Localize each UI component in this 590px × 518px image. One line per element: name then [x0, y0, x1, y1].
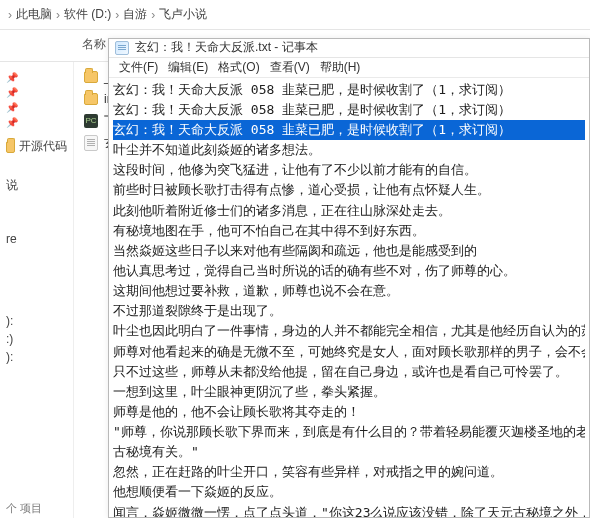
notepad-line[interactable]: 叶尘也因此明白了一件事情，身边的人并不都能完全相信，尤其是他经历自认为的苏清歌: [113, 321, 585, 341]
folder-icon: [6, 141, 15, 153]
notepad-line[interactable]: 此刻他听着附近修士们的诸多消息，正在往山脉深处走去。: [113, 201, 585, 221]
notepad-line[interactable]: 师尊是他的，他不会让顾长歌将其夺走的！: [113, 402, 585, 422]
sidebar-item[interactable]: 📌: [0, 115, 73, 130]
menu-format[interactable]: 格式(O): [214, 58, 263, 77]
pin-icon: 📌: [6, 87, 18, 98]
notepad-line[interactable]: 他想顺便看一下焱姬的反应。: [113, 482, 585, 502]
notepad-line[interactable]: 前些时日被顾长歌打击得有点惨，道心受损，让他有点怀疑人生。: [113, 180, 585, 200]
notepad-line[interactable]: "师尊，你说那顾长歌下界而来，到底是有什么目的？带着轻易能覆灭迦楼圣地的老仆，我…: [113, 422, 585, 442]
notepad-line[interactable]: 忽然，正在赶路的叶尘开口，笑容有些异样，对戒指之甲的婉问道。: [113, 462, 585, 482]
sidebar-item[interactable]: ):: [0, 312, 73, 330]
breadcrumb-sep: ›: [115, 8, 119, 22]
sidebar-label: ):: [6, 314, 13, 328]
menu-file[interactable]: 文件(F): [115, 58, 162, 77]
notepad-line[interactable]: 玄幻：我！天命大反派 058 韭菜已肥，是时候收割了（1，求订阅）: [113, 120, 585, 140]
txt-file-icon: [84, 135, 98, 151]
notepad-window: 玄幻：我！天命大反派.txt - 记事本 文件(F) 编辑(E) 格式(O) 查…: [108, 38, 590, 518]
sidebar: 📌 📌 📌 📌 开源代码 说 re ): :) ):: [0, 62, 74, 518]
sidebar-item[interactable]: :): [0, 330, 73, 348]
folder-icon: [84, 71, 98, 83]
pin-icon: 📌: [6, 72, 18, 83]
breadcrumb-item[interactable]: 飞卢小说: [159, 6, 207, 23]
sidebar-label: ):: [6, 350, 13, 364]
sidebar-label: re: [6, 232, 17, 246]
sidebar-item[interactable]: 📌: [0, 70, 73, 85]
sidebar-item[interactable]: 开源代码: [0, 136, 73, 157]
sidebar-item[interactable]: re: [0, 230, 73, 248]
breadcrumb-sep: ›: [8, 8, 12, 22]
breadcrumb-item[interactable]: 软件 (D:): [64, 6, 111, 23]
notepad-title: 玄幻：我！天命大反派.txt - 记事本: [135, 39, 318, 56]
notepad-line[interactable]: 玄幻：我！天命大反派 058 韭菜已肥，是时候收割了（1，求订阅）: [113, 80, 585, 100]
sidebar-item[interactable]: 📌: [0, 85, 73, 100]
pc-file-icon: PC: [84, 114, 98, 128]
notepad-line[interactable]: 玄幻：我！天命大反派 058 韭菜已肥，是时候收割了（1，求订阅）: [113, 100, 585, 120]
breadcrumb-item[interactable]: 自游: [123, 6, 147, 23]
sidebar-label: 开源代码: [19, 138, 67, 155]
notepad-textarea[interactable]: 玄幻：我！天命大反派 058 韭菜已肥，是时候收割了（1，求订阅）玄幻：我！天命…: [109, 78, 589, 517]
status-footer: 个 项目: [0, 499, 48, 518]
breadcrumb-item[interactable]: 此电脑: [16, 6, 52, 23]
menu-help[interactable]: 帮助(H): [316, 58, 365, 77]
notepad-line[interactable]: 有秘境地图在手，他可不怕自己在其中得不到好东西。: [113, 221, 585, 241]
notepad-line[interactable]: 一想到这里，叶尘眼神更阴沉了些，拳头紧握。: [113, 382, 585, 402]
notepad-line[interactable]: 叶尘并不知道此刻焱姬的诸多想法。: [113, 140, 585, 160]
notepad-line[interactable]: 这段时间，他修为突飞猛进，让他有了不少以前才能有的自信。: [113, 160, 585, 180]
pin-icon: 📌: [6, 102, 18, 113]
notepad-menubar: 文件(F) 编辑(E) 格式(O) 查看(V) 帮助(H): [109, 58, 589, 78]
sidebar-label: :): [6, 332, 13, 346]
menu-edit[interactable]: 编辑(E): [164, 58, 212, 77]
notepad-line[interactable]: 他认真思考过，觉得自己当时所说的话的确有些不对，伤了师尊的心。: [113, 261, 585, 281]
notepad-line[interactable]: 这期间他想过要补救，道歉，师尊也说不会在意。: [113, 281, 585, 301]
notepad-line[interactable]: 古秘境有关。": [113, 442, 585, 462]
folder-icon: [84, 93, 98, 105]
breadcrumb[interactable]: › 此电脑 › 软件 (D:) › 自游 › 飞卢小说: [0, 0, 590, 30]
sidebar-item[interactable]: 📌: [0, 100, 73, 115]
breadcrumb-sep: ›: [151, 8, 155, 22]
sidebar-label: 说: [6, 177, 18, 194]
notepad-line[interactable]: 闻言，焱姬微微一愣，点了点头道，"你这23么说应该没错，除了天元古秘境之外，下界…: [113, 503, 585, 517]
breadcrumb-sep: ›: [56, 8, 60, 22]
sidebar-item[interactable]: 说: [0, 175, 73, 196]
notepad-line[interactable]: 不过那道裂隙终于是出现了。: [113, 301, 585, 321]
notepad-line[interactable]: 只不过这些，师尊从未都没给他提，留在自己身边，或许也是看自己可怜罢了。: [113, 362, 585, 382]
pin-icon: 📌: [6, 117, 18, 128]
notepad-line[interactable]: 师尊对他看起来的确是无微不至，可她终究是女人，面对顾长歌那样的男子，会不会日才滑: [113, 342, 585, 362]
menu-view[interactable]: 查看(V): [266, 58, 314, 77]
notepad-titlebar[interactable]: 玄幻：我！天命大反派.txt - 记事本: [109, 39, 589, 58]
notepad-line[interactable]: 当然焱姬这些日子以来对他有些隔阂和疏远，他也是能感受到的: [113, 241, 585, 261]
sidebar-item[interactable]: ):: [0, 348, 73, 366]
notepad-icon: [115, 41, 129, 55]
